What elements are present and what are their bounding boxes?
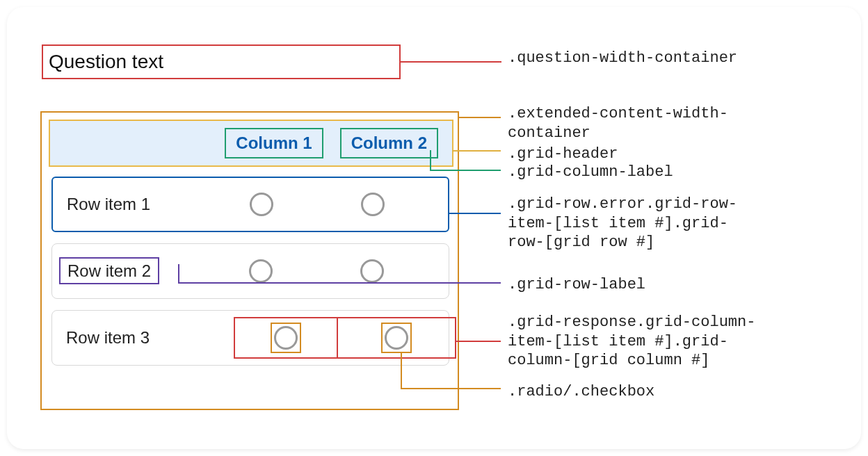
grid-response-r2c1[interactable] <box>205 244 316 298</box>
radio-icon[interactable] <box>249 259 273 283</box>
diagram-card: Question text Column 1 Column 2 Row item… <box>7 7 861 449</box>
radio-icon[interactable] <box>361 193 385 216</box>
anno-grid-header: .grid-header <box>508 145 618 164</box>
radio-checkbox-box-1 <box>271 323 301 353</box>
grid-column-label-1: Column 1 <box>225 128 323 158</box>
anno-grid-row-error: .grid-row.error.grid-row- item-[list ite… <box>508 195 737 252</box>
anno-grid-row-label: .grid-row-label <box>508 275 645 295</box>
grid-header: Column 1 Column 2 <box>49 120 453 167</box>
grid-row-label-2: Row item 2 <box>52 261 205 281</box>
grid-row-label-1: Row item 1 <box>53 195 206 214</box>
question-text: Question text <box>49 51 163 73</box>
grid-row-1[interactable]: Row item 1 <box>51 177 449 232</box>
grid-response-r2c2[interactable] <box>316 244 428 298</box>
radio-icon[interactable] <box>385 326 408 350</box>
anno-grid-column-label: .grid-column-label <box>508 163 673 182</box>
grid-response-r1c1[interactable] <box>206 178 317 231</box>
question-width-container: Question text <box>42 44 401 79</box>
anno-question-container: .question-width-container <box>508 49 737 68</box>
anno-grid-response: .grid-response.grid-column- item-[list i… <box>508 313 755 370</box>
radio-icon[interactable] <box>274 326 298 350</box>
grid-response-r1c2[interactable] <box>317 178 428 231</box>
radio-icon[interactable] <box>250 193 273 216</box>
grid-response-box-2 <box>338 317 456 359</box>
grid-response-highlight <box>234 317 456 359</box>
extended-content-width-container: Column 1 Column 2 Row item 1 Row item 2 … <box>40 111 459 410</box>
anno-extended-container: .extended-content-width- container <box>508 104 728 142</box>
grid-column-label-2: Column 2 <box>340 128 438 158</box>
grid-response-box-1 <box>234 317 338 359</box>
radio-icon[interactable] <box>360 259 384 283</box>
radio-checkbox-box-2 <box>381 323 412 353</box>
grid-row-2[interactable]: Row item 2 <box>51 243 449 299</box>
grid-row-label-3: Row item 3 <box>52 328 205 348</box>
anno-radio-checkbox: .radio/.checkbox <box>508 382 654 402</box>
